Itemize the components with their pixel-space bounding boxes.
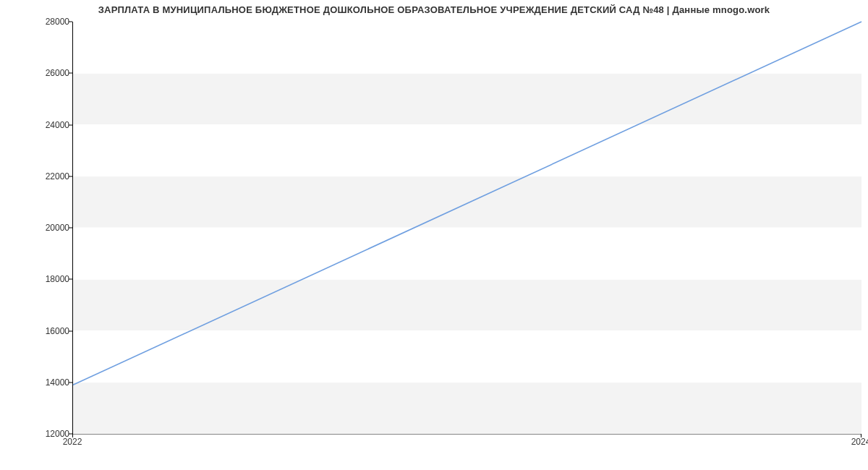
- y-tick-label: 28000: [26, 17, 69, 27]
- y-tick: [69, 22, 72, 22]
- grid-band: [73, 279, 861, 330]
- x-tick: [72, 434, 73, 437]
- grid-band: [73, 383, 861, 434]
- plot-svg: [73, 22, 861, 434]
- y-tick-label: 20000: [26, 223, 69, 233]
- y-tick: [69, 279, 72, 280]
- x-tick-label: 2022: [63, 437, 82, 447]
- y-tick-label: 14000: [26, 377, 69, 388]
- plot-area: [72, 22, 861, 435]
- chart-container: ЗАРПЛАТА В МУНИЦИПАЛЬНОЕ БЮДЖЕТНОЕ ДОШКО…: [0, 0, 868, 456]
- y-tick-label: 16000: [26, 326, 69, 336]
- x-tick: [861, 434, 861, 437]
- y-tick-label: 24000: [26, 120, 69, 130]
- y-tick: [69, 73, 72, 74]
- x-tick-label: 2024: [851, 437, 868, 447]
- y-tick: [69, 330, 72, 331]
- y-tick: [69, 124, 72, 125]
- grid-band: [73, 176, 861, 228]
- y-tick-label: 26000: [26, 68, 69, 78]
- chart-title: ЗАРПЛАТА В МУНИЦИПАЛЬНОЕ БЮДЖЕТНОЕ ДОШКО…: [0, 4, 868, 15]
- y-tick: [69, 176, 72, 176]
- y-tick-label: 18000: [26, 274, 69, 284]
- y-tick: [69, 228, 72, 228]
- y-tick: [69, 382, 72, 383]
- grid-band: [73, 73, 861, 124]
- y-tick-label: 22000: [26, 171, 69, 181]
